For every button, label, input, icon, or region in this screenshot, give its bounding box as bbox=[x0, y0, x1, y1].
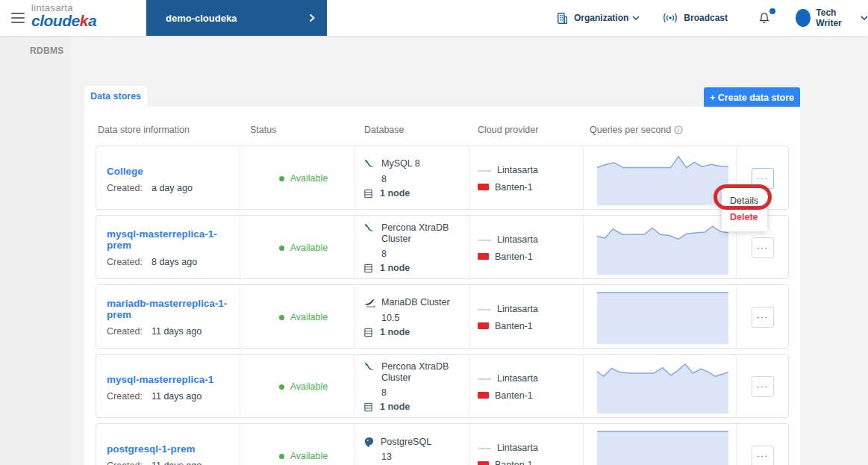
engine-version: 8 bbox=[381, 174, 465, 184]
created-line: Created:11 days ago bbox=[107, 326, 240, 337]
notifications-button[interactable] bbox=[758, 11, 771, 25]
table-row: mysql-masterreplica-1-prem Created:8 day… bbox=[96, 215, 789, 279]
engine-version: 8 bbox=[381, 387, 465, 398]
lintasarta-logo-icon: Lintasarta bbox=[478, 236, 491, 243]
node-icon bbox=[363, 328, 373, 337]
mariadb-icon: mariadb bbox=[363, 297, 375, 309]
qps-sparkline bbox=[597, 290, 728, 344]
status-dot bbox=[279, 176, 284, 181]
node-count: 1 node bbox=[380, 327, 410, 337]
top-navbar: lintasarta cloudeka demo-cloudeka Organi… bbox=[0, 0, 868, 36]
row-actions-button[interactable]: ··· bbox=[752, 168, 774, 189]
lintasarta-logo-icon: Lintasarta bbox=[478, 444, 491, 451]
bell-icon bbox=[758, 11, 771, 25]
status-dot bbox=[279, 384, 284, 390]
row-actions-button[interactable]: ··· bbox=[752, 237, 774, 258]
menu-hamburger-icon[interactable] bbox=[11, 13, 25, 23]
table-row: mysql-masterreplica-1 Created:11 days ag… bbox=[96, 354, 789, 418]
organization-icon bbox=[556, 12, 569, 25]
organization-label: Organization bbox=[574, 13, 628, 23]
chevron-down-icon bbox=[861, 16, 868, 20]
node-count: 1 node bbox=[380, 402, 410, 412]
engine-name: MySQL 8 bbox=[381, 158, 420, 169]
region-name: Banten-1 bbox=[495, 252, 533, 262]
mysql-icon bbox=[363, 158, 375, 170]
info-icon[interactable] bbox=[674, 125, 683, 134]
status-label: Available bbox=[290, 381, 328, 392]
status-dot bbox=[279, 246, 284, 251]
broadcast-menu[interactable]: Broadcast bbox=[662, 13, 731, 23]
engine-name: PostgreSQL bbox=[381, 437, 431, 448]
table-header-row: Data store information Status Database C… bbox=[96, 125, 789, 135]
datastore-name-link[interactable]: postgresql-1-prem bbox=[107, 443, 196, 455]
qps-sparkline bbox=[597, 152, 728, 205]
status-label: Available bbox=[290, 312, 328, 322]
datastore-name-link[interactable]: mysql-masterreplica-1-prem bbox=[107, 228, 240, 251]
provider-name: Lintasarta bbox=[497, 304, 538, 314]
broadcast-icon bbox=[662, 13, 678, 23]
col-header-qps: Queries per second bbox=[582, 125, 735, 135]
region-flag-icon bbox=[478, 461, 489, 465]
node-icon bbox=[363, 189, 373, 199]
lintasarta-logo-icon: Lintasarta bbox=[478, 305, 491, 312]
region-name: Banten-1 bbox=[495, 321, 533, 331]
created-line: Created:a day ago bbox=[107, 183, 240, 193]
status-dot bbox=[279, 454, 284, 459]
navbar-right-group: Organization Broadcast Tech Writer bbox=[556, 0, 868, 36]
organization-menu[interactable]: Organization bbox=[556, 12, 640, 25]
col-header-database: Database bbox=[353, 125, 469, 135]
region-name: Banten-1 bbox=[495, 182, 533, 193]
tab-data-stores[interactable]: Data stores bbox=[84, 86, 147, 107]
datastore-name-link[interactable]: mysql-masterreplica-1 bbox=[107, 374, 213, 385]
engine-name: Percona XtraDB Cluster bbox=[381, 361, 460, 384]
region-flag-icon bbox=[478, 392, 489, 399]
svg-text:Lintasarta: Lintasarta bbox=[478, 169, 491, 172]
user-menu[interactable]: Tech Writer bbox=[796, 7, 868, 28]
region-flag-icon bbox=[478, 322, 489, 329]
notification-badge-dot bbox=[769, 8, 775, 14]
broadcast-label: Broadcast bbox=[684, 13, 728, 23]
provider-name: Lintasarta bbox=[497, 165, 538, 175]
node-count: 1 node bbox=[380, 188, 410, 199]
logo-cloudeka-text: cloudeka bbox=[31, 13, 96, 28]
datastore-name-link[interactable]: College bbox=[107, 166, 143, 177]
provider-name: Lintasarta bbox=[497, 373, 538, 384]
svg-text:Lintasarta: Lintasarta bbox=[478, 446, 491, 450]
node-icon bbox=[363, 263, 373, 273]
datastore-name-link[interactable]: mariadb-masterreplica-1-prem bbox=[107, 298, 240, 320]
table-row: postgresql-1-prem Created:11 days ago Av… bbox=[96, 423, 789, 465]
menu-item-delete[interactable]: Delete bbox=[722, 209, 767, 225]
col-header-status: Status bbox=[239, 125, 353, 135]
table-row: mariadb-masterreplica-1-prem Created:11 … bbox=[96, 284, 789, 349]
svg-text:mariadb: mariadb bbox=[366, 305, 375, 308]
status-label: Available bbox=[290, 451, 328, 461]
chevron-down-icon bbox=[632, 16, 640, 20]
row-actions-button[interactable]: ··· bbox=[752, 307, 774, 328]
provider-name: Lintasarta bbox=[497, 234, 538, 245]
node-icon bbox=[363, 402, 373, 412]
engine-version: 13 bbox=[381, 452, 465, 462]
main-content: Data stores + Create data store Data sto… bbox=[71, 36, 868, 465]
status-dot bbox=[279, 315, 284, 320]
engine-name: Percona XtraDB Cluster bbox=[381, 222, 460, 245]
menu-item-details[interactable]: Details bbox=[722, 193, 767, 209]
postgresql-icon bbox=[363, 437, 375, 448]
created-line: Created:8 days ago bbox=[107, 257, 240, 267]
region-flag-icon bbox=[478, 184, 489, 190]
row-actions-button[interactable]: ··· bbox=[752, 376, 774, 397]
create-data-store-button[interactable]: + Create data store bbox=[704, 87, 800, 107]
mysql-icon bbox=[363, 361, 375, 373]
engine-name: MariaDB Cluster bbox=[381, 297, 450, 308]
user-name-label: Tech Writer bbox=[816, 7, 857, 28]
region-name: Banten-1 bbox=[495, 390, 533, 401]
status-label: Available bbox=[290, 243, 328, 253]
lintasarta-logo-icon: Lintasarta bbox=[478, 375, 491, 381]
lintasarta-logo-icon: Lintasarta bbox=[478, 166, 491, 173]
provider-name: Lintasarta bbox=[497, 443, 538, 453]
project-selector[interactable]: demo-cloudeka bbox=[146, 0, 327, 36]
mysql-icon bbox=[363, 222, 375, 234]
status-label: Available bbox=[290, 173, 328, 184]
region-name: Banten-1 bbox=[495, 460, 533, 465]
table-row: College Created:a day ago Available MySQ… bbox=[96, 146, 789, 210]
row-actions-button[interactable]: ··· bbox=[752, 446, 774, 465]
